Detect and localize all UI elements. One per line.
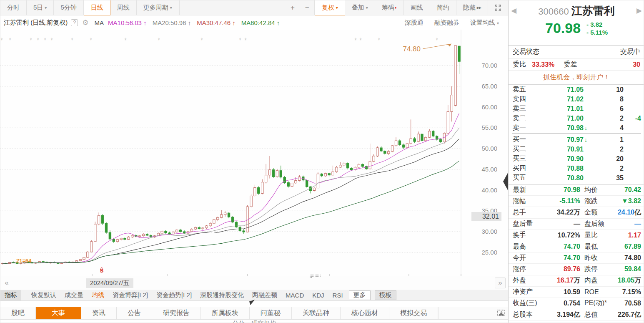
scroll-left-button[interactable]: « bbox=[1, 278, 12, 288]
open-account-link[interactable]: 抓住机会，即刻开户！ bbox=[543, 73, 610, 81]
nav-tab-大事[interactable]: 大事 bbox=[36, 307, 81, 319]
ask-row-卖五[interactable]: 卖五71.0510 bbox=[509, 85, 644, 94]
stat-value: 10.72% bbox=[542, 232, 580, 239]
nav-tab-核心题材[interactable]: 核心题材 bbox=[341, 307, 389, 319]
book-price[interactable]: 70.91 bbox=[534, 146, 584, 153]
indicator-tab-KDJ[interactable]: KDJ bbox=[308, 291, 328, 300]
svg-text:70.00: 70.00 bbox=[481, 62, 497, 69]
bid-row-买四[interactable]: 买四70.882 bbox=[509, 164, 644, 173]
stat-label: 量比 bbox=[580, 231, 615, 240]
tool-button-筹码[interactable]: 筹码● bbox=[375, 0, 404, 15]
stat-value: 18.05万 bbox=[615, 276, 641, 285]
svg-text:40.00: 40.00 bbox=[481, 187, 497, 194]
tool-button-画线[interactable]: 画线 bbox=[404, 0, 430, 15]
stat-label: 最高 bbox=[513, 242, 542, 251]
book-price[interactable]: 71.02 bbox=[534, 96, 584, 103]
nav-tab-问董秘[interactable]: 问董秘 bbox=[250, 307, 292, 319]
symbol-label: 江苏雷利 (日线,前复权) bbox=[4, 19, 68, 27]
ma-setting-dropdown[interactable]: 设置均线 ▾ bbox=[470, 19, 499, 27]
period-button-更多周期[interactable]: 更多周期▾ bbox=[137, 0, 179, 15]
period-button-周线[interactable]: 周线 bbox=[110, 0, 137, 15]
stat-value: 24.10亿 bbox=[615, 208, 641, 217]
indicator-items: 恢复默认成交量均线资金博弈[L2]资金趋势[L2]深股通持股变化两融差额MACD… bbox=[27, 290, 396, 300]
tool-button-复权[interactable]: 复权▾ bbox=[315, 0, 345, 15]
link-shengutong[interactable]: 深股通 bbox=[405, 19, 423, 27]
stat-label: ROE bbox=[580, 288, 615, 296]
period-button-日线[interactable]: 日线 bbox=[84, 0, 110, 15]
nav-tab-公告[interactable]: 公告 bbox=[117, 307, 152, 319]
indicator-tab-MACD[interactable]: MACD bbox=[281, 291, 308, 300]
ask-row-卖一[interactable]: 卖一70.98↓4 bbox=[509, 123, 644, 133]
prev-stock-arrow[interactable]: ◀ bbox=[511, 6, 516, 15]
splitter-handle[interactable] bbox=[310, 275, 321, 278]
nav-tab-关联品种[interactable]: 关联品种 bbox=[292, 307, 341, 319]
indicator-tab-资金趋势[L2][interactable]: 资金趋势[L2] bbox=[152, 290, 196, 300]
indicator-tab-资金博弈[L2][interactable]: 资金博弈[L2] bbox=[108, 290, 152, 300]
book-price[interactable]: 71.05 bbox=[534, 86, 584, 93]
nav-spacer bbox=[438, 307, 494, 319]
candlestick-chart[interactable]: 70.0065.0060.0055.0050.0045.0040.0035.00… bbox=[0, 30, 508, 276]
period-button-5分钟[interactable]: 5分钟 bbox=[54, 0, 83, 15]
indicator-tab-模板[interactable]: 模板 bbox=[375, 290, 396, 300]
stat-value: 16.17万 bbox=[542, 276, 580, 285]
stat-row-总手: 总手34.22万金额24.10亿 bbox=[509, 207, 644, 218]
trade-status-row: 交易状态 交易中 bbox=[509, 45, 644, 58]
book-price[interactable]: 70.98 bbox=[534, 124, 584, 132]
indicator-tab-RSI[interactable]: RSI bbox=[328, 291, 347, 300]
book-price[interactable]: 71.01 bbox=[534, 105, 584, 113]
scroll-right-button[interactable]: » bbox=[495, 278, 506, 288]
nav-tab-资讯[interactable]: 资讯 bbox=[81, 307, 117, 319]
bid-row-买三[interactable]: 买三70.9020 bbox=[509, 154, 644, 164]
nav-tab-模拟交易[interactable]: 模拟交易 bbox=[389, 307, 438, 319]
indicator-tab-两融差额[interactable]: 两融差额 bbox=[248, 290, 281, 300]
indicator-tab-均线[interactable]: 均线 bbox=[88, 290, 108, 300]
help-icon[interactable]: ? bbox=[71, 19, 78, 26]
bid-row-买一[interactable]: 买一70.97↓1 bbox=[509, 135, 644, 144]
svg-text:✳: ✳ bbox=[70, 37, 74, 41]
book-label: 买一 bbox=[513, 135, 534, 144]
period-button-5日[interactable]: 5日▾ bbox=[27, 0, 54, 15]
gear-icon[interactable]: ⚙ bbox=[82, 18, 88, 27]
chart-canvas[interactable]: 70.0065.0060.0055.0050.0045.0040.0035.00… bbox=[0, 30, 508, 276]
book-qty: 8 bbox=[594, 96, 624, 103]
dock-panel-icon[interactable] bbox=[494, 307, 508, 319]
indicator-tab-深股通持股变化[interactable]: 深股通持股变化 bbox=[196, 290, 248, 300]
tool-button-−[interactable]: − bbox=[300, 0, 315, 15]
fullscreen-icon bbox=[495, 5, 501, 11]
book-qty: 20 bbox=[594, 155, 624, 163]
weibi-row: 委比 33.33% 委差 30 bbox=[509, 58, 644, 71]
nav-tab-股吧[interactable]: 股吧 bbox=[0, 307, 36, 319]
book-price[interactable]: 70.80 bbox=[534, 174, 584, 182]
indicator-tab-更多[interactable]: 更多 bbox=[349, 290, 371, 300]
book-price[interactable]: 70.88 bbox=[534, 165, 584, 172]
indicator-tab-恢复默认[interactable]: 恢复默认 bbox=[27, 290, 60, 300]
bid-row-买五[interactable]: 买五70.8035 bbox=[509, 173, 644, 183]
stat-label: 总股本 bbox=[513, 310, 542, 319]
svg-text:45.00: 45.00 bbox=[481, 166, 497, 173]
ask-row-卖二[interactable]: 卖二71.002-4 bbox=[509, 114, 644, 123]
ma-legend-item-2: MA30:47.46 ↑ bbox=[197, 19, 236, 26]
book-label: 买四 bbox=[513, 164, 534, 173]
period-button-分时[interactable]: 分时 bbox=[0, 0, 27, 15]
next-stock-arrow[interactable]: ▶ bbox=[636, 6, 642, 15]
promo-row: 抓住机会，即刻开户！ bbox=[509, 71, 644, 85]
tool-button-简约[interactable]: 简约 bbox=[430, 0, 456, 15]
tool-button-叠加[interactable]: 叠加▾ bbox=[345, 0, 375, 15]
svg-text:✳: ✳ bbox=[89, 37, 93, 41]
link-rongzirongquan[interactable]: 融资融券 bbox=[434, 19, 459, 27]
ask-row-卖四[interactable]: 卖四71.028 bbox=[509, 94, 644, 104]
stat-label: 今开 bbox=[513, 254, 542, 262]
bid-row-买二[interactable]: 买二70.912 bbox=[509, 144, 644, 154]
ask-row-卖三[interactable]: 卖三71.016 bbox=[509, 104, 644, 114]
book-label: 卖一 bbox=[513, 124, 534, 132]
tool-button-+[interactable]: + bbox=[286, 0, 300, 15]
indicator-tab-成交量[interactable]: 成交量 bbox=[60, 290, 88, 300]
nav-tab-研究报告[interactable]: 研究报告 bbox=[152, 307, 201, 319]
book-price[interactable]: 70.97 bbox=[534, 136, 584, 144]
book-price[interactable]: 70.90 bbox=[534, 155, 584, 163]
nav-tab-所属板块[interactable]: 所属板块 bbox=[201, 307, 250, 319]
clipped-news-headline: 分化，研究机构 bbox=[0, 320, 508, 323]
book-price[interactable]: 71.00 bbox=[534, 115, 584, 122]
tool-button-隐藏[interactable]: 隐藏▶▶ bbox=[456, 0, 488, 15]
fullscreen-button[interactable] bbox=[488, 0, 508, 15]
